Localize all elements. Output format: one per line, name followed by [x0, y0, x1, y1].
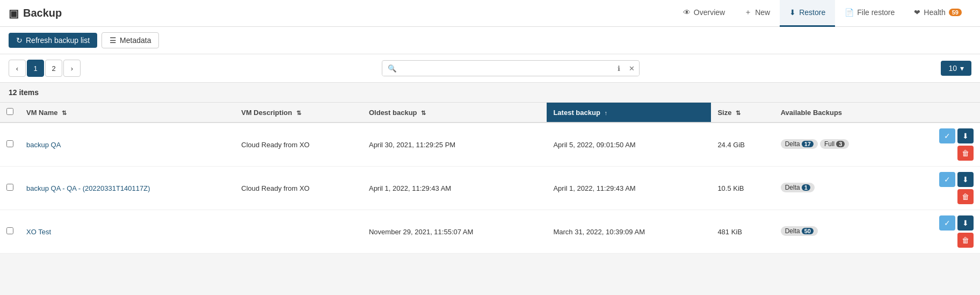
file-restore-icon: 📄	[845, 8, 854, 17]
td-actions: ✓ ⬇ 🗑	[906, 210, 980, 254]
latest-backup-sort-icon: ↑	[604, 110, 607, 116]
health-icon: ❤	[914, 8, 920, 17]
check-button[interactable]: ✓	[939, 215, 955, 231]
td-actions: ✓ ⬇ 🗑	[906, 167, 980, 210]
td-latest-backup: March 31, 2022, 10:39:09 AM	[547, 210, 711, 254]
restore-icon: ⬇	[789, 8, 796, 17]
th-oldest-backup[interactable]: Oldest backup ⇅	[362, 103, 547, 123]
refresh-backup-list-button[interactable]: ↻ Refresh backup list	[9, 33, 97, 48]
nav-tabs: 👁 Overview ＋ New ⬇ Restore 📄 File restor…	[673, 0, 971, 26]
th-vm-name[interactable]: VM Name ⇅	[20, 103, 235, 123]
th-vm-description[interactable]: VM Description ⇅	[235, 103, 362, 123]
page-next-button[interactable]: ›	[63, 60, 81, 77]
search-clear-button[interactable]: ✕	[625, 61, 639, 76]
search-area: 🔍 ℹ ✕	[87, 60, 934, 76]
td-vm-description	[235, 210, 362, 254]
backup-table: VM Name ⇅ VM Description ⇅ Oldest backup…	[0, 103, 980, 254]
download-button[interactable]: ⬇	[957, 172, 974, 187]
td-size: 24.4 GiB	[711, 123, 774, 167]
per-page-button[interactable]: 10 ▾	[941, 61, 971, 76]
delete-button[interactable]: 🗑	[957, 233, 974, 248]
download-button[interactable]: ⬇	[957, 215, 974, 231]
table-row: XO TestNovember 29, 2021, 11:55:07 AMMar…	[0, 210, 980, 254]
action-row: ✓ ⬇	[912, 172, 974, 187]
page-title: ▣ Backup	[9, 7, 673, 20]
overview-icon: 👁	[683, 8, 691, 17]
search-icon-button[interactable]: 🔍	[382, 61, 402, 76]
tab-restore[interactable]: ⬇ Restore	[780, 0, 835, 27]
refresh-icon: ↻	[16, 36, 23, 45]
per-page-chevron-icon: ▾	[960, 64, 964, 73]
row-checkbox[interactable]	[6, 227, 13, 234]
th-size[interactable]: Size ⇅	[711, 103, 774, 123]
select-all-checkbox[interactable]	[6, 108, 13, 115]
check-button[interactable]: ✓	[939, 128, 955, 143]
th-select-all[interactable]	[0, 103, 20, 123]
tab-health[interactable]: ❤ Health 59	[904, 0, 971, 27]
delete-button[interactable]: 🗑	[957, 189, 974, 204]
backup-tag: Delta 17	[781, 139, 818, 149]
td-oldest-backup: April 30, 2021, 11:29:25 PM	[362, 123, 547, 167]
td-available-backups: Delta 17Full 3	[774, 123, 906, 167]
items-count: 12 items	[0, 83, 980, 103]
tag-badge: 1	[802, 184, 810, 191]
tag-badge: 50	[802, 228, 814, 234]
tag-badge: 3	[836, 141, 845, 147]
table-header-row: VM Name ⇅ VM Description ⇅ Oldest backup…	[0, 103, 980, 123]
td-available-backups: Delta 50	[774, 210, 906, 254]
row-checkbox[interactable]	[6, 140, 13, 147]
download-button[interactable]: ⬇	[957, 128, 974, 143]
metadata-button[interactable]: ☰ Metadata	[101, 32, 159, 48]
vm-name-sort-icon: ⇅	[62, 110, 67, 116]
backup-tag: Delta 50	[781, 226, 818, 236]
page-1-button[interactable]: 1	[27, 60, 44, 77]
td-vm-description: Cloud Ready from XO	[235, 123, 362, 167]
th-available-backups: Available Backups	[774, 103, 906, 123]
search-input[interactable]	[402, 61, 613, 76]
action-row: ✓ ⬇	[912, 215, 974, 231]
search-info-button[interactable]: ℹ	[613, 61, 625, 76]
tab-overview[interactable]: 👁 Overview	[673, 0, 735, 27]
check-button[interactable]: ✓	[939, 172, 955, 187]
tab-new[interactable]: ＋ New	[735, 0, 780, 27]
row-checkbox-cell	[0, 123, 20, 167]
search-box: 🔍 ℹ ✕	[382, 60, 640, 76]
backup-tag: Full 3	[820, 139, 849, 149]
delete-button[interactable]: 🗑	[957, 146, 974, 161]
tab-file-restore[interactable]: 📄 File restore	[835, 0, 904, 27]
td-vm-name: backup QA - QA - (20220331T140117Z)	[20, 167, 235, 210]
row-checkbox-cell	[0, 167, 20, 210]
row-checkbox[interactable]	[6, 184, 13, 191]
metadata-icon: ☰	[110, 36, 117, 45]
table-row: backup QA - QA - (20220331T140117Z)Cloud…	[0, 167, 980, 210]
controls-bar: ‹ 1 2 › 🔍 ℹ ✕ 10 ▾	[0, 54, 980, 83]
action-row-2: 🗑	[912, 233, 974, 248]
toolbar: ↻ Refresh backup list ☰ Metadata	[0, 27, 980, 54]
th-latest-backup[interactable]: Latest backup ↑	[547, 103, 711, 123]
pagination: ‹ 1 2 ›	[9, 60, 81, 77]
page-2-button[interactable]: 2	[45, 60, 62, 77]
td-size: 10.5 KiB	[711, 167, 774, 210]
td-vm-name: XO Test	[20, 210, 235, 254]
td-vm-name: backup QA	[20, 123, 235, 167]
header: ▣ Backup 👁 Overview ＋ New ⬇ Restore 📄 Fi…	[0, 0, 980, 27]
tag-badge: 17	[802, 141, 814, 147]
backup-icon: ▣	[9, 7, 19, 20]
td-size: 481 KiB	[711, 210, 774, 254]
td-available-backups: Delta 1	[774, 167, 906, 210]
page-title-text: Backup	[23, 7, 62, 19]
backup-tag: Delta 1	[781, 183, 815, 192]
td-actions: ✓ ⬇ 🗑	[906, 123, 980, 167]
td-latest-backup: April 5, 2022, 09:01:50 AM	[547, 123, 711, 167]
th-actions	[906, 103, 980, 123]
action-row: ✓ ⬇	[912, 128, 974, 143]
td-oldest-backup: April 1, 2022, 11:29:43 AM	[362, 167, 547, 210]
action-row-2: 🗑	[912, 146, 974, 161]
new-icon: ＋	[744, 8, 752, 17]
row-checkbox-cell	[0, 210, 20, 254]
vm-description-sort-icon: ⇅	[296, 110, 301, 116]
oldest-backup-sort-icon: ⇅	[421, 110, 426, 116]
td-oldest-backup: November 29, 2021, 11:55:07 AM	[362, 210, 547, 254]
td-vm-description: Cloud Ready from XO	[235, 167, 362, 210]
page-prev-button[interactable]: ‹	[9, 60, 26, 77]
